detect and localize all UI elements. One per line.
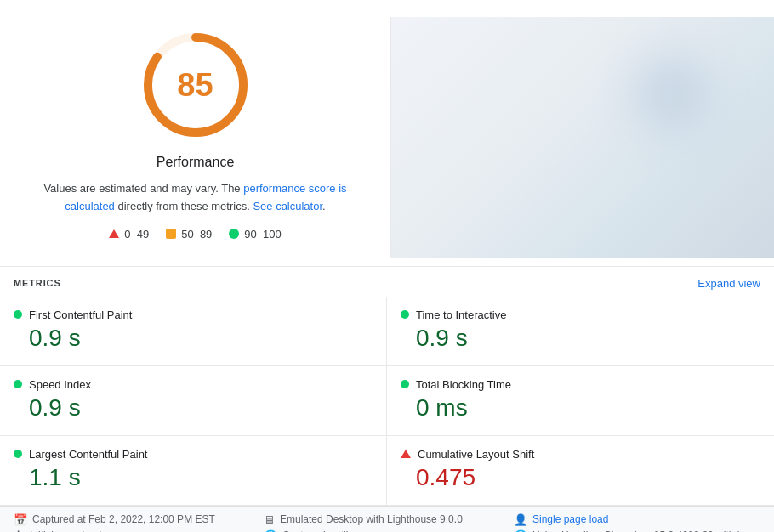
- metric-cls-name-row: Cumulative Layout Shift: [401, 448, 760, 461]
- score-section: 85 Performance Values are estimated and …: [0, 17, 391, 258]
- metric-fcp: First Contentful Paint 0.9 s: [0, 297, 387, 366]
- footer-initial-load: ⏱ Initial page load: [14, 529, 260, 532]
- footer-throttling: 🌐 Custom throttling: [264, 529, 510, 532]
- top-section: 85 Performance Values are estimated and …: [0, 0, 774, 267]
- metric-cls: Cumulative Layout Shift 0.475: [387, 436, 774, 506]
- metric-lcp-value: 1.1 s: [29, 464, 373, 491]
- metric-tti: Time to Interactive 0.9 s: [387, 297, 774, 366]
- legend-low-label: 0–49: [124, 228, 149, 241]
- metric-tbt: Total Blocking Time 0 ms: [387, 366, 774, 436]
- throttle-icon: 🌐: [264, 529, 277, 532]
- person-icon: 👤: [514, 513, 527, 526]
- footer: 📅 Captured at Feb 2, 2022, 12:00 PM EST …: [0, 506, 774, 532]
- metric-fcp-status-icon: [14, 310, 22, 319]
- metric-tbt-name: Total Blocking Time: [416, 378, 511, 391]
- legend-mid: 50–89: [166, 228, 212, 241]
- metric-tbt-name-row: Total Blocking Time: [401, 378, 760, 391]
- legend-high-label: 90–100: [244, 228, 281, 241]
- expand-view-link[interactable]: Expand view: [697, 277, 760, 290]
- metric-tti-name-row: Time to Interactive: [401, 308, 760, 321]
- legend-low: 0–49: [109, 228, 149, 241]
- metric-tti-status-icon: [401, 310, 409, 319]
- metric-lcp: Largest Contentful Paint 1.1 s: [0, 436, 387, 506]
- metric-lcp-name-row: Largest Contentful Paint: [14, 448, 373, 461]
- footer-device-text: Emulated Desktop with Lighthouse 9.0.0: [280, 513, 463, 525]
- metric-cls-name: Cumulative Layout Shift: [418, 448, 534, 461]
- gauge-score: 85: [177, 67, 213, 104]
- device-icon: 🖥: [264, 513, 275, 526]
- metric-tti-name: Time to Interactive: [416, 308, 506, 321]
- metrics-label: METRICS: [14, 278, 61, 288]
- footer-captured: 📅 Captured at Feb 2, 2022, 12:00 PM EST: [14, 513, 260, 526]
- footer-browser: 🌐 Using HeadlessChromium 95.0.4638.69 wi…: [514, 529, 760, 532]
- note-prefix: Values are estimated and may vary. The: [43, 182, 243, 195]
- metrics-grid: First Contentful Paint 0.9 s Time to Int…: [0, 297, 774, 506]
- footer-device: 🖥 Emulated Desktop with Lighthouse 9.0.0: [264, 513, 510, 526]
- metric-si: Speed Index 0.9 s: [0, 366, 387, 436]
- metric-si-name-row: Speed Index: [14, 378, 373, 391]
- performance-title: Performance: [157, 155, 235, 170]
- metric-si-status-icon: [14, 380, 22, 388]
- legend-high: 90–100: [229, 228, 281, 241]
- metric-fcp-value: 0.9 s: [29, 325, 373, 352]
- values-note: Values are estimated and may vary. The p…: [34, 180, 357, 216]
- screenshot-blur-overlay: [621, 42, 723, 144]
- calculator-link[interactable]: See calculator: [253, 200, 322, 212]
- metric-tbt-value: 0 ms: [416, 394, 760, 422]
- timer-icon: ⏱: [14, 529, 25, 532]
- metric-lcp-status-icon: [14, 450, 22, 458]
- metric-si-value: 0.9 s: [29, 394, 373, 422]
- metric-cls-value: 0.475: [416, 464, 760, 491]
- metric-tti-value: 0.9 s: [416, 325, 760, 352]
- single-page-load-link[interactable]: Single page load: [532, 513, 608, 525]
- legend-mid-icon: [166, 229, 176, 239]
- metric-cls-status-icon: [401, 450, 411, 458]
- metrics-header: METRICS Expand view: [0, 267, 774, 297]
- footer-load-type: 👤 Single page load: [514, 513, 760, 526]
- metric-fcp-name: First Contentful Paint: [29, 308, 132, 321]
- legend-high-icon: [229, 229, 239, 239]
- metric-fcp-name-row: First Contentful Paint: [14, 308, 373, 321]
- note-suffix: directly from these metrics.: [115, 200, 253, 212]
- metric-lcp-name: Largest Contentful Paint: [29, 448, 147, 461]
- screenshot-section: [391, 17, 774, 258]
- footer-captured-text: Captured at Feb 2, 2022, 12:00 PM EST: [32, 513, 215, 525]
- metric-tbt-status-icon: [401, 380, 409, 388]
- score-legend: 0–49 50–89 90–100: [109, 228, 281, 241]
- browser-icon: 🌐: [514, 529, 527, 532]
- metric-si-name: Speed Index: [29, 378, 91, 391]
- gauge-container: 85: [136, 25, 255, 144]
- calendar-icon: 📅: [14, 513, 27, 526]
- legend-mid-label: 50–89: [181, 228, 212, 241]
- legend-low-icon: [109, 229, 119, 238]
